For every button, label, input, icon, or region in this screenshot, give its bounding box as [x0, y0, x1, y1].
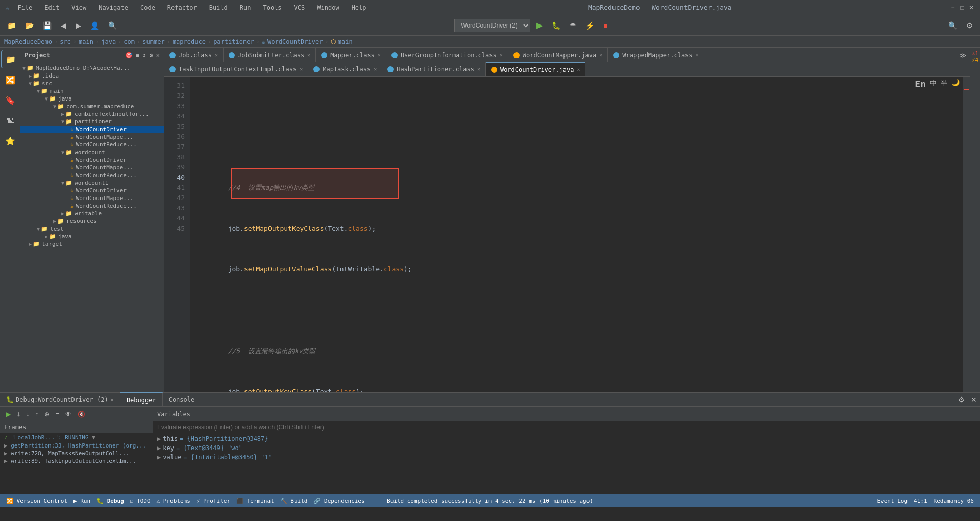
tree-item-wordcount[interactable]: ▼ 📁 wordcount — [20, 148, 164, 156]
tree-item-wc-driver[interactable]: ☕ WordCountDriver — [20, 156, 164, 164]
run-button[interactable]: ▶ — [533, 18, 546, 32]
app-menu-help[interactable]: Help — [348, 3, 371, 12]
forward-button[interactable]: ▶ — [72, 19, 84, 32]
frame-item-write1[interactable]: ▶ write:728, MapTasksNewOutputColl... — [0, 450, 153, 457]
breadcrumb-main[interactable]: main — [79, 38, 93, 45]
tree-item-com[interactable]: ▼ 📁 com.summer.mapreduce — [20, 103, 164, 110]
maximize-button[interactable]: □ — [959, 4, 966, 11]
debug-tab[interactable]: 🐛 Debug — [96, 498, 124, 504]
search-everywhere-button[interactable]: 🔍 — [945, 19, 960, 32]
eval-input[interactable] — [157, 424, 894, 431]
debug-settings-button[interactable]: ⚙ — [955, 393, 968, 406]
profiler-tab[interactable]: ⚡ Profiler — [197, 498, 230, 504]
tree-item-test[interactable]: ▼ 📁 test — [20, 225, 164, 233]
breadcrumb-mapreduce2[interactable]: mapreduce — [173, 38, 206, 45]
var-key[interactable]: ▶ key = {Text@3449} "wo" — [153, 443, 980, 453]
structure-icon[interactable]: 🏗 — [1, 111, 19, 130]
app-menu-file[interactable]: File — [13, 3, 36, 12]
tab-taskinputoutputcontextimpl[interactable]: TaskInputOutputContextImpl.class ✕ — [164, 62, 308, 77]
problems-tab[interactable]: ⚠ Problems — [157, 498, 190, 504]
tab-hashpartitioner-class[interactable]: HashPartitioner.class ✕ — [382, 62, 486, 77]
tree-item-wc1-driver[interactable]: ☕ WordCountDriver — [20, 187, 164, 194]
project-icon[interactable]: 📁 — [1, 50, 19, 68]
tree-item-wc1-mapper[interactable]: ☕ WordCountMappe... — [20, 194, 164, 202]
favorites-icon[interactable]: ⭐ — [1, 132, 19, 150]
tree-item-wordcountmapper[interactable]: ☕ WordCountMappe... — [20, 133, 164, 141]
resume-button[interactable]: ▶ — [4, 410, 13, 419]
tree-item-partitioner[interactable]: ▼ 📁 partitioner — [20, 118, 164, 126]
tree-item-src[interactable]: ▼ 📁 src — [20, 80, 164, 87]
tab-wordcountdriver-java[interactable]: WordCountDriver.java ✕ — [486, 62, 586, 77]
app-menu-run[interactable]: Run — [236, 3, 255, 12]
tree-item-wc-mapper[interactable]: ☕ WordCountMappe... — [20, 164, 164, 171]
mute-button[interactable]: 🔇 — [76, 410, 87, 419]
back-button[interactable]: ◀ — [58, 19, 69, 32]
add-watch-button[interactable]: 👁 — [63, 410, 74, 419]
search-button[interactable]: 🔍 — [105, 19, 120, 32]
tree-item-resources[interactable]: ▶ 📁 resources — [20, 217, 164, 225]
tree-item-wc1-reducer[interactable]: ☕ WordCountReduce... — [20, 202, 164, 210]
tree-item-wordcountdriver[interactable]: ☕ WordCountDriver — [20, 126, 164, 133]
terminal-tab[interactable]: ⬛ Terminal — [236, 498, 274, 504]
tab-mapper-class[interactable]: Mapper.class ✕ — [316, 48, 386, 62]
bookmark-icon[interactable]: 🔖 — [1, 91, 19, 109]
tab-maptask-class[interactable]: MapTask.class ✕ — [308, 62, 382, 77]
tab-wrappedmapper-class[interactable]: WrappedMapper.class ✕ — [608, 48, 704, 62]
breadcrumb-src[interactable]: src — [60, 38, 71, 45]
tree-item-main[interactable]: ▼ 📁 main — [20, 87, 164, 95]
sidebar-scope-icon[interactable]: 🎯 — [125, 52, 133, 59]
run-to-cursor-button[interactable]: ⊕ — [42, 410, 52, 419]
error-indicator[interactable]: ⚠1 — [972, 50, 978, 57]
app-menu-vcs[interactable]: VCS — [290, 3, 309, 12]
var-this[interactable]: ▶ this = {HashPartitioner@3487} — [153, 434, 980, 443]
debug-run-button[interactable]: 🐛 — [549, 19, 564, 32]
step-into-button[interactable]: ↓ — [24, 410, 31, 419]
run-tab[interactable]: ▶ Run — [74, 498, 90, 504]
tree-item-writable[interactable]: ▶ 📁 writable — [20, 210, 164, 217]
event-log[interactable]: Event Log — [877, 498, 908, 504]
app-menu-view[interactable]: View — [67, 3, 90, 12]
version-control-tab[interactable]: 🔀 Version Control — [6, 498, 67, 504]
dependencies-tab[interactable]: 🔗 Dependencies — [313, 498, 364, 504]
tab-wordcountmapper-java[interactable]: WordCountMapper.java ✕ — [508, 48, 608, 62]
tree-item-wordcountreducer[interactable]: ☕ WordCountReduce... — [20, 141, 164, 148]
app-menu-navigate[interactable]: Navigate — [94, 3, 132, 12]
app-menu-code[interactable]: Code — [136, 3, 159, 12]
code-editor[interactable]: 31 32 33 34 35 36 37 38 39 40 41 42 43 4… — [164, 77, 970, 392]
save-button[interactable]: 💾 — [40, 19, 55, 32]
tree-item-combine[interactable]: ▶ 📁 combineTextInputfor... — [20, 110, 164, 118]
frame-item-getpartition[interactable]: ✓ "LocalJobR...": RUNNING ▼ — [0, 433, 153, 442]
app-menu-window[interactable]: Window — [313, 3, 343, 12]
app-menu-refactor[interactable]: Refactor — [163, 3, 201, 12]
build-tab[interactable]: 🔨 Build — [280, 498, 308, 504]
minimize-button[interactable]: − — [949, 4, 957, 11]
tree-item-java[interactable]: ▼ 📁 java — [20, 95, 164, 103]
tab-job-class[interactable]: Job.class ✕ — [164, 48, 224, 62]
sidebar-close-icon[interactable]: ✕ — [156, 52, 160, 59]
tab-jobsubmitter-class[interactable]: JobSubmitter.class ✕ — [224, 48, 316, 62]
code-content[interactable]: //4 设置map输出的kv类型 job.setMapOutputKeyClas… — [190, 77, 970, 392]
stop-button[interactable]: ■ — [600, 19, 610, 32]
tree-item-wordcount1[interactable]: ▼ 📁 wordcount1 — [20, 179, 164, 187]
breadcrumb-wordcountdriver[interactable]: WordCountDriver — [267, 38, 323, 45]
sidebar-sort-icon[interactable]: ↕ — [142, 52, 146, 59]
debugger-tab[interactable]: Debugger — [120, 392, 163, 407]
evaluate-button[interactable]: = — [54, 410, 61, 419]
sidebar-collapse-icon[interactable]: ≡ — [136, 52, 139, 59]
breadcrumb-main-method[interactable]: main — [338, 38, 353, 45]
debug-collapse-button[interactable]: ✕ — [968, 393, 980, 406]
frame-item-write2[interactable]: ▶ write:89, TaskInputOutputContextIm... — [0, 457, 153, 465]
new-project-button[interactable]: 📁 — [4, 19, 19, 32]
frame-item-running[interactable]: ▶ getPartition:33, HashPartitioner (org.… — [0, 442, 153, 450]
tree-item-target[interactable]: ▶ 📁 target — [20, 240, 164, 248]
tab-usergroupinfo-class[interactable]: UserGroupInformation.class ✕ — [386, 48, 508, 62]
debug-close-button[interactable]: ✕ — [110, 396, 114, 403]
close-button[interactable]: ✕ — [968, 4, 975, 11]
tree-item-idea[interactable]: ▶ 📁 .idea — [20, 72, 164, 80]
coverage-button[interactable]: ☂ — [567, 19, 579, 32]
run-config-dropdown[interactable]: WordCountDriver (2) — [454, 19, 530, 32]
tree-item-wc-reducer[interactable]: ☕ WordCountReduce... — [20, 171, 164, 179]
breadcrumb-com[interactable]: com — [124, 38, 135, 45]
tree-item-root[interactable]: ▼ 📁 MapReduceDemo D:\Acode\Ha... — [20, 64, 164, 72]
tree-item-test-java[interactable]: ▶ 📁 java — [20, 233, 164, 240]
